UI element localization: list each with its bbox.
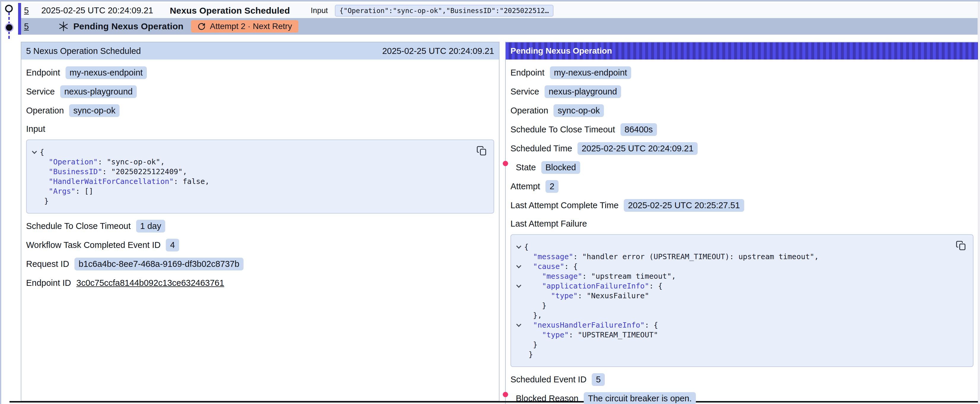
- code-line: }: [29, 196, 473, 206]
- field-scheduled-time: Scheduled Time2025-02-25 UTC 20:24:09.21: [511, 142, 698, 155]
- collapse-chevron-icon[interactable]: [514, 284, 524, 288]
- collapse-chevron-icon[interactable]: [514, 245, 524, 249]
- panel-left-body: Endpointmy-nexus-endpointServicenexus-pl…: [21, 60, 499, 294]
- field-value-badge-endpoint: my-nexus-endpoint: [550, 67, 632, 79]
- section-label-last-attempt-failure: Last Attempt Failure: [511, 219, 974, 230]
- field-label-operation: Operation: [26, 106, 64, 116]
- panel-right-title: Pending Nexus Operation: [511, 46, 612, 56]
- field-label-request-id: Request ID: [26, 259, 69, 269]
- panel-right-body: Endpointmy-nexus-endpointServicenexus-pl…: [506, 60, 978, 404]
- code-line: },: [514, 311, 952, 320]
- event-row-pending-nexus-operation[interactable]: 5 Pending Nexus Operation Attempt 2 · Ne…: [21, 18, 978, 35]
- field-label-service: Service: [511, 87, 539, 97]
- code-text: {: [524, 242, 528, 251]
- section-label-input: Input: [26, 124, 494, 135]
- code-line: "Args": []: [29, 186, 473, 196]
- copy-icon[interactable]: [476, 145, 487, 157]
- field-label-attempt: Attempt: [511, 182, 540, 191]
- field-last-attempt-complete-time: Last Attempt Complete Time2025-02-25 UTC…: [511, 199, 744, 212]
- field-value-badge-service: nexus-playground: [544, 85, 621, 98]
- field-attempt: Attempt2: [511, 180, 558, 193]
- code-text: "message": "upstream timeout",: [524, 272, 676, 280]
- code-line: "Operation": "sync-op-ok",: [29, 157, 473, 167]
- field-service: Servicenexus-playground: [26, 85, 137, 98]
- field-label-blocked-reason: Blocked Reason: [516, 394, 578, 403]
- panel-nexus-operation-scheduled: 5 Nexus Operation Scheduled 2025-02-25 U…: [21, 42, 500, 401]
- field-blocked-reason: Blocked ReasonThe circuit breaker is ope…: [511, 392, 696, 404]
- json-code-block: { "Operation": "sync-op-ok", "BusinessID…: [26, 139, 494, 214]
- field-label-state: State: [516, 163, 536, 173]
- event-id-link[interactable]: 5: [24, 6, 29, 16]
- code-line: "applicationFailureInfo": {: [514, 281, 952, 291]
- code-text: "Operation": "sync-op-ok",: [40, 158, 165, 166]
- vertical-scrollbar[interactable]: [978, 2, 980, 404]
- collapse-chevron-icon[interactable]: [29, 151, 40, 154]
- collapse-chevron-icon[interactable]: [514, 265, 524, 268]
- code-line: "cause": {: [514, 261, 952, 271]
- code-text: "type": "NexusFailure": [524, 292, 649, 300]
- code-line: "type": "NexusFailure": [514, 291, 952, 301]
- pending-event-title: Pending Nexus Operation: [73, 21, 183, 32]
- code-text: },: [524, 311, 542, 320]
- code-line: {: [514, 242, 952, 252]
- workflow-event-history-screen: 5 2025-02-25 UTC 20:24:09.21 Nexus Opera…: [0, 0, 980, 404]
- field-schedule-to-close-timeout: Schedule To Close Timeout1 day: [26, 219, 165, 233]
- field-value-badge-state: Blocked: [541, 161, 580, 174]
- field-label-last-attempt-complete-time: Last Attempt Complete Time: [511, 201, 619, 210]
- field-value-badge-schedule-to-close-timeout: 1 day: [136, 220, 165, 233]
- code-text: "type": "UPSTREAM_TIMEOUT": [524, 331, 658, 339]
- code-line: }: [514, 340, 952, 350]
- field-value-badge-request-id: b1c6a4bc-8ee7-468a-9169-df3b02c8737b: [75, 258, 243, 271]
- field-label-scheduled-time: Scheduled Time: [511, 144, 572, 154]
- timeline-pending-marker-icon[interactable]: [6, 24, 13, 31]
- field-endpoint: Endpointmy-nexus-endpoint: [26, 66, 147, 79]
- code-text: }: [524, 301, 546, 310]
- copy-icon[interactable]: [956, 239, 966, 252]
- event-title: Nexus Operation Scheduled: [170, 6, 290, 16]
- timeline-event-marker-icon[interactable]: [5, 5, 13, 13]
- field-value-badge-blocked-reason: The circuit breaker is open.: [584, 392, 696, 404]
- annotation-highlight-box: [503, 161, 508, 166]
- field-endpoint-id: Endpoint ID3c0c75ccfa8144b092c13ce632463…: [26, 276, 224, 289]
- code-text: {: [40, 148, 44, 156]
- code-text: "cause": {: [524, 262, 578, 271]
- field-label-schedule-to-close-timeout: Schedule To Close Timeout: [26, 221, 131, 231]
- field-value-badge-scheduled-event-id: 5: [592, 373, 605, 386]
- field-value-link-endpoint-id[interactable]: 3c0c75ccfa8144b092c13ce632463761: [76, 278, 224, 288]
- code-line: "BusinessID": "20250225122409",: [29, 167, 473, 176]
- panel-left-header: 5 Nexus Operation Scheduled 2025-02-25 U…: [21, 42, 499, 60]
- code-text: }: [40, 196, 49, 205]
- field-value-badge-service: nexus-playground: [60, 85, 137, 98]
- field-schedule-to-close-timeout: Schedule To Close Timeout86400s: [511, 123, 657, 136]
- panel-left-title: 5 Nexus Operation Scheduled: [26, 46, 141, 56]
- code-text: "Args": []: [40, 187, 94, 195]
- field-value-badge-operation: sync-op-ok: [554, 104, 604, 117]
- field-service: Servicenexus-playground: [511, 85, 621, 98]
- code-text: "applicationFailureInfo": {: [524, 282, 663, 290]
- field-label-endpoint-id: Endpoint ID: [26, 278, 71, 288]
- field-label-workflow-task-completed-event-id: Workflow Task Completed Event ID: [26, 240, 161, 250]
- field-value-badge-workflow-task-completed-event-id: 4: [166, 239, 179, 252]
- event-input-json-preview[interactable]: {"Operation":"sync-op-ok","BusinessID":"…: [335, 5, 553, 17]
- field-label-service: Service: [26, 87, 55, 97]
- field-workflow-task-completed-event-id: Workflow Task Completed Event ID4: [26, 238, 179, 252]
- code-text: "message": "handler error (UPSTREAM_TIME…: [524, 252, 819, 261]
- code-line: "message": "handler error (UPSTREAM_TIME…: [514, 252, 952, 261]
- code-text: }: [524, 340, 538, 349]
- annotation-highlight-box: [503, 392, 508, 397]
- code-line: }: [514, 350, 952, 359]
- code-line: "HandlerWaitForCancellation": false,: [29, 176, 473, 186]
- field-operation: Operationsync-op-ok: [26, 104, 119, 117]
- event-row-nexus-operation-scheduled[interactable]: 5 2025-02-25 UTC 20:24:09.21 Nexus Opera…: [21, 3, 978, 18]
- pending-event-id-link[interactable]: 5: [24, 22, 29, 32]
- code-text: "HandlerWaitForCancellation": false,: [40, 177, 209, 186]
- json-code-block: { "message": "handler error (UPSTREAM_TI…: [511, 234, 974, 367]
- panel-right-header: Pending Nexus Operation: [506, 42, 978, 60]
- field-label-endpoint: Endpoint: [26, 68, 60, 78]
- code-text: "BusinessID": "20250225122409",: [40, 167, 187, 176]
- field-label-operation: Operation: [511, 106, 548, 116]
- attempt-retry-badge: Attempt 2 · Next Retry: [191, 20, 298, 33]
- collapse-chevron-icon[interactable]: [514, 323, 524, 327]
- field-label-endpoint: Endpoint: [511, 68, 544, 78]
- attempt-retry-badge-label: Attempt 2 · Next Retry: [210, 22, 292, 31]
